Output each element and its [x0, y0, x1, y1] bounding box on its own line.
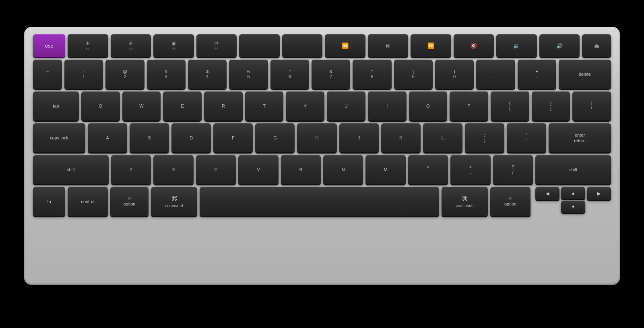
- key-f9[interactable]: ⏩: [411, 34, 451, 57]
- control-label: control: [81, 199, 94, 204]
- key-9[interactable]: ( 9: [394, 60, 433, 89]
- key-j[interactable]: J: [339, 123, 379, 152]
- key-semicolon[interactable]: : ;: [465, 123, 504, 152]
- key-f1[interactable]: ☀ F1: [68, 34, 108, 57]
- key-f2[interactable]: ☀ F2: [111, 34, 151, 57]
- key-caps-lock[interactable]: caps lock: [33, 123, 85, 152]
- key-3[interactable]: # 3: [147, 60, 186, 89]
- tab-label: tab: [53, 104, 59, 108]
- 3-content: # 3: [165, 69, 167, 79]
- key-bracket-open[interactable]: { [: [491, 91, 529, 120]
- key-arrow-right[interactable]: ▶: [587, 187, 611, 200]
- key-n[interactable]: N: [323, 155, 363, 184]
- key-k[interactable]: K: [381, 123, 421, 152]
- key-y[interactable]: Y: [286, 91, 324, 120]
- key-shift-left[interactable]: shift: [33, 155, 109, 184]
- key-command-left[interactable]: ⌘ command: [151, 187, 197, 216]
- key-u[interactable]: U: [327, 91, 365, 120]
- key-comma[interactable]: < ,: [408, 155, 448, 184]
- semicolon-content: : ;: [484, 133, 485, 143]
- key-backtick[interactable]: ~ `: [33, 60, 62, 89]
- key-slash[interactable]: ? /: [493, 155, 533, 184]
- key-8[interactable]: * 8: [353, 60, 391, 89]
- key-b[interactable]: B: [281, 155, 321, 184]
- key-spacebar[interactable]: [200, 187, 439, 216]
- f7-icon: ⏪: [342, 42, 349, 49]
- key-e[interactable]: E: [163, 91, 202, 120]
- key-f11[interactable]: 🔉: [496, 34, 537, 57]
- key-x[interactable]: X: [153, 155, 193, 184]
- key-eject[interactable]: ⏏: [582, 34, 611, 57]
- key-f12[interactable]: 🔊: [539, 34, 580, 57]
- key-i[interactable]: I: [368, 91, 407, 120]
- key-alt-right[interactable]: alt option: [490, 187, 530, 216]
- key-w[interactable]: W: [122, 91, 161, 120]
- key-delete[interactable]: delete: [559, 60, 611, 89]
- key-f5[interactable]: [239, 34, 280, 57]
- key-f7[interactable]: ⏪: [325, 34, 365, 57]
- f1-label: F1: [86, 47, 90, 51]
- key-bracket-close[interactable]: } ]: [532, 91, 570, 120]
- key-0[interactable]: ) 0: [435, 60, 474, 89]
- key-1[interactable]: ! 1: [64, 60, 103, 89]
- key-g[interactable]: G: [255, 123, 295, 152]
- key-minus[interactable]: – -: [476, 60, 515, 89]
- enter-line1: enter: [574, 132, 586, 138]
- key-alt-left[interactable]: alt option: [110, 187, 149, 216]
- key-esc[interactable]: esc: [33, 34, 65, 57]
- key-arrow-up[interactable]: ▲: [561, 187, 585, 199]
- key-equals[interactable]: + =: [518, 60, 556, 89]
- fn-label: fn: [47, 199, 51, 204]
- key-7[interactable]: & 7: [312, 60, 350, 89]
- f4-label: F4: [215, 47, 218, 50]
- key-p[interactable]: P: [450, 91, 488, 120]
- key-command-right[interactable]: ⌘ command: [442, 187, 488, 216]
- key-control[interactable]: control: [68, 187, 108, 216]
- key-a[interactable]: A: [88, 123, 127, 152]
- key-tab[interactable]: tab: [33, 91, 79, 120]
- shift-right-label: shift: [569, 167, 577, 172]
- key-q[interactable]: Q: [81, 91, 120, 120]
- key-f[interactable]: F: [213, 123, 253, 152]
- key-arrow-down[interactable]: ▼: [561, 201, 585, 213]
- alt-left-option: option: [124, 201, 136, 207]
- cmd-right-label: command: [456, 203, 474, 208]
- eject-icon: ⏏: [594, 42, 599, 49]
- key-c[interactable]: C: [196, 155, 236, 184]
- key-m[interactable]: M: [365, 155, 405, 184]
- key-6[interactable]: ^ 6: [270, 60, 309, 89]
- key-f6[interactable]: [282, 34, 323, 57]
- key-quote[interactable]: " ': [507, 123, 546, 152]
- key-f10[interactable]: 🔇: [454, 34, 494, 57]
- bottom-key-row: fn control alt option ⌘ command: [33, 187, 611, 216]
- esc-label: esc: [45, 43, 53, 49]
- key-d[interactable]: D: [171, 123, 211, 152]
- key-2[interactable]: @ 2: [105, 60, 144, 89]
- key-period[interactable]: > .: [450, 155, 490, 184]
- key-h[interactable]: H: [297, 123, 336, 152]
- 0-content: ) 0: [453, 69, 456, 79]
- comma-content: < ,: [427, 165, 429, 174]
- key-v[interactable]: V: [238, 155, 278, 184]
- key-5[interactable]: % 5: [229, 60, 268, 89]
- key-4[interactable]: $ 4: [188, 60, 227, 89]
- key-arrow-left[interactable]: ◀: [535, 187, 559, 200]
- key-l[interactable]: L: [423, 123, 462, 152]
- key-r[interactable]: R: [204, 91, 243, 120]
- key-enter[interactable]: enter return: [549, 123, 611, 152]
- key-shift-right[interactable]: shift: [535, 155, 611, 184]
- backslash-content: | \: [591, 101, 592, 111]
- key-fn[interactable]: fn: [33, 187, 65, 216]
- key-t[interactable]: T: [245, 91, 284, 120]
- f10-icon: 🔇: [470, 42, 477, 49]
- key-f3[interactable]: ▣ F3: [153, 34, 194, 57]
- cmd-left-content: ⌘ command: [165, 195, 183, 208]
- key-f8[interactable]: ⏯: [368, 34, 409, 57]
- arrow-up-icon: ▲: [571, 191, 576, 195]
- key-z[interactable]: Z: [111, 155, 151, 184]
- key-f4[interactable]: ⏱ F4: [196, 34, 237, 57]
- key-backslash[interactable]: | \: [572, 91, 611, 120]
- key-o[interactable]: O: [409, 91, 448, 120]
- key-s[interactable]: S: [130, 123, 169, 152]
- f1-icon: ☀: [85, 40, 90, 46]
